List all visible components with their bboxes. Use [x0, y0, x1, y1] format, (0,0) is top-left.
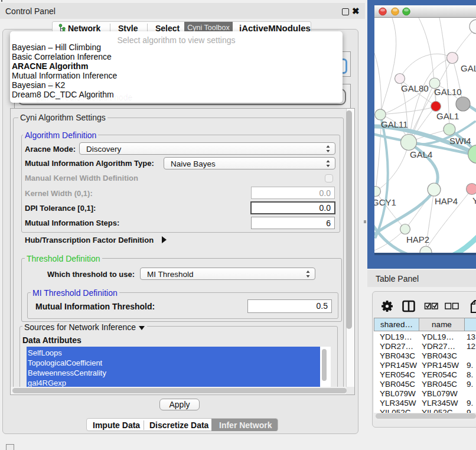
svg-text:GAL1: GAL1 — [436, 111, 459, 121]
svg-text:HAP2: HAP2 — [406, 234, 429, 244]
svg-text:SWI4: SWI4 — [449, 136, 471, 146]
svg-text:GAL10: GAL10 — [434, 87, 462, 97]
svg-text:GAL11: GAL11 — [381, 119, 408, 129]
svg-text:GCY1: GCY1 — [374, 197, 396, 207]
svg-text:GAL4: GAL4 — [410, 149, 432, 159]
svg-text:HAP4: HAP4 — [435, 196, 458, 206]
svg-text:Y: Y — [472, 195, 476, 206]
svg-text:GAL80: GAL80 — [401, 83, 429, 93]
svg-text:GAL2: GAL2 — [461, 63, 476, 73]
